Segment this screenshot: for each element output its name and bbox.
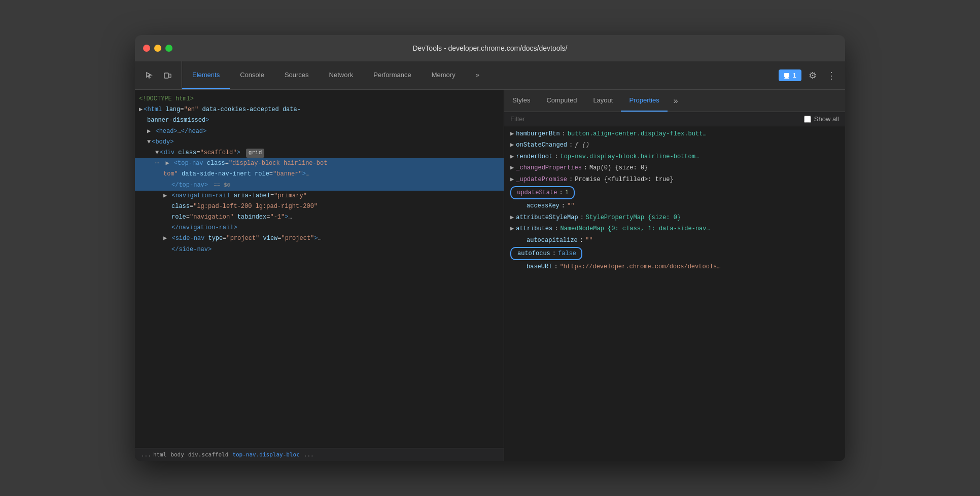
- elements-panel: <!DOCTYPE html> ▶<html lang="en" data-co…: [135, 90, 504, 461]
- breadcrumb-top-nav[interactable]: top-nav.display-bloc: [232, 451, 299, 458]
- tab-memory[interactable]: Memory: [422, 61, 466, 89]
- svg-rect-2: [784, 73, 789, 77]
- panel-tabs-more[interactable]: »: [668, 90, 684, 112]
- window-title: DevTools - developer.chrome.com/docs/dev…: [412, 44, 567, 52]
- dom-side-nav-close: </side-nav>: [135, 244, 504, 255]
- tab-network[interactable]: Network: [319, 61, 364, 89]
- dom-body: ▼<body>: [135, 137, 504, 148]
- tab-console[interactable]: Console: [230, 61, 274, 89]
- dom-nav-rail-open: ▶ <navigation-rail aria-label="primary": [135, 191, 504, 201]
- tab-more[interactable]: »: [466, 61, 489, 89]
- devtools-toolbar: Elements Console Sources Network Perform…: [135, 61, 845, 90]
- breadcrumb-body[interactable]: body: [170, 451, 184, 458]
- svg-rect-0: [164, 73, 168, 78]
- show-all-checkbox[interactable]: [804, 116, 811, 123]
- breadcrumb: ... html body div.scaffold top-nav.displ…: [135, 448, 504, 461]
- dom-nav-rail-class: class="lg:pad-left-200 lg:pad-right-200": [135, 201, 504, 212]
- tab-performance[interactable]: Performance: [363, 61, 421, 89]
- tab-computed[interactable]: Computed: [538, 90, 585, 112]
- dom-doctype: <!DOCTYPE html>: [135, 94, 504, 104]
- tab-sources[interactable]: Sources: [274, 61, 319, 89]
- maximize-button[interactable]: [165, 45, 172, 52]
- prop-updateState[interactable]: _updateState : 1: [504, 185, 845, 200]
- dom-html-open: ▶<html lang="en" data-cookies-accepted d…: [135, 104, 504, 115]
- show-all-container: Show all: [804, 115, 839, 123]
- inspect-element-button[interactable]: [141, 67, 157, 84]
- updatestate-highlight: _updateState : 1: [510, 186, 575, 199]
- prop-attributeStyleMap[interactable]: ▶ attributeStyleMap : StylePropertyMap {…: [504, 212, 845, 223]
- expand-icon[interactable]: ▶: [510, 224, 514, 234]
- prop-renderRoot[interactable]: ▶ renderRoot : top-nav.display-block.hai…: [504, 151, 845, 162]
- prop-onStateChanged[interactable]: ▶ onStateChanged : ƒ (): [504, 139, 845, 151]
- expand-icon[interactable]: ▶: [510, 140, 514, 150]
- prop-autocapitalize[interactable]: autocapitalize : "": [504, 235, 845, 246]
- prop-changedProperties[interactable]: ▶ _changedProperties : Map(0) {size: 0}: [504, 162, 845, 173]
- filter-input[interactable]: [510, 115, 804, 123]
- breadcrumb-html[interactable]: html: [153, 451, 167, 458]
- minimize-button[interactable]: [154, 45, 161, 52]
- titlebar: DevTools - developer.chrome.com/docs/dev…: [135, 35, 845, 61]
- prop-baseURI[interactable]: baseURI : "https://developer.chrome.com/…: [504, 261, 845, 272]
- tab-styles[interactable]: Styles: [504, 90, 538, 112]
- devtools-window: DevTools - developer.chrome.com/docs/dev…: [135, 35, 845, 461]
- prop-accessKey[interactable]: accessKey : "": [504, 200, 845, 211]
- close-button[interactable]: [143, 45, 150, 52]
- devtools-main: <!DOCTYPE html> ▶<html lang="en" data-co…: [135, 90, 845, 461]
- dom-head: ▶ <head>…</head>: [135, 126, 504, 137]
- main-tabs: Elements Console Sources Network Perform…: [182, 61, 773, 89]
- autofocus-highlight: autofocus : false: [510, 247, 582, 260]
- device-toolbar-button[interactable]: [159, 67, 176, 84]
- dom-top-nav-close[interactable]: </top-nav> == $0: [135, 180, 504, 191]
- more-options-button[interactable]: ⋮: [824, 68, 839, 83]
- dom-tree[interactable]: <!DOCTYPE html> ▶<html lang="en" data-co…: [135, 90, 504, 448]
- prop-hamburgerBtn[interactable]: ▶ hamburgerBtn : button.align-center.dis…: [504, 128, 845, 139]
- notification-button[interactable]: 1: [779, 69, 801, 81]
- svg-rect-1: [169, 74, 171, 78]
- expand-icon[interactable]: ▶: [510, 152, 514, 162]
- prop-autofocus[interactable]: autofocus : false: [504, 246, 845, 261]
- dom-side-nav: ▶ <side-nav type="project" view="project…: [135, 233, 504, 244]
- dom-nav-rail-role: role="navigation" tabindex="-1">…: [135, 212, 504, 223]
- panel-tabs: Styles Computed Layout Properties »: [504, 90, 845, 112]
- expand-icon[interactable]: ▶: [510, 163, 514, 173]
- dom-top-nav-dots[interactable]: ⋯ ▶ <top-nav class="display-block hairli…: [135, 158, 504, 169]
- properties-panel: Styles Computed Layout Properties »: [504, 90, 845, 461]
- breadcrumb-div-scaffold[interactable]: div.scaffold: [188, 451, 228, 458]
- properties-list: ▶ hamburgerBtn : button.align-center.dis…: [504, 126, 845, 461]
- expand-icon[interactable]: ▶: [510, 212, 514, 223]
- breadcrumb-ellipsis-end: ...: [304, 451, 314, 458]
- expand-icon[interactable]: ▶: [510, 174, 514, 185]
- toolbar-right-actions: 1 ⚙ ⋮: [773, 61, 845, 89]
- expand-icon[interactable]: ▶: [510, 129, 514, 139]
- tab-elements[interactable]: Elements: [182, 61, 230, 89]
- dom-nav-rail-close: </navigation-rail>: [135, 223, 504, 233]
- dollar-zero-indicator: == $0: [214, 182, 230, 188]
- show-all-label: Show all: [814, 115, 839, 123]
- dom-html-cont: banner-dismissed>: [135, 115, 504, 126]
- settings-button[interactable]: ⚙: [806, 68, 820, 83]
- tab-properties[interactable]: Properties: [621, 90, 667, 112]
- dom-div-scaffold: ▼<div class="scaffold"> grid: [135, 148, 504, 158]
- devtools-container: Elements Console Sources Network Perform…: [135, 61, 845, 461]
- filter-bar: Show all: [504, 112, 845, 126]
- prop-updatePromise[interactable]: ▶ _updatePromise : Promise {<fulfilled>:…: [504, 174, 845, 185]
- grid-badge: grid: [246, 149, 264, 158]
- dom-top-nav-cont[interactable]: tom" data-side-nav-inert role="banner">…: [135, 169, 504, 180]
- prop-attributes[interactable]: ▶ attributes : NamedNodeMap {0: class, 1…: [504, 223, 845, 234]
- toolbar-inspect-icons: [135, 61, 182, 89]
- tab-layout[interactable]: Layout: [585, 90, 621, 112]
- breadcrumb-ellipsis-start: ...: [141, 451, 151, 458]
- traffic-lights: [143, 45, 172, 52]
